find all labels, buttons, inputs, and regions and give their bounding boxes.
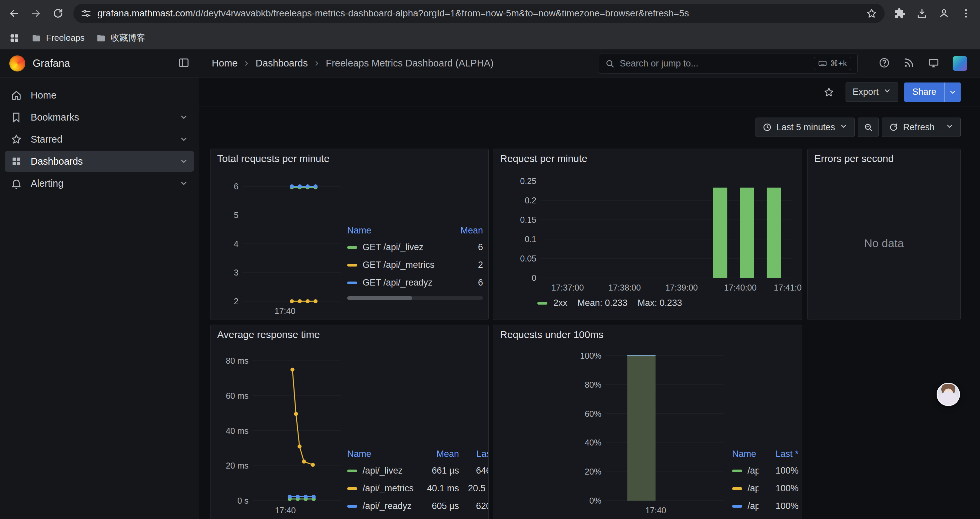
chevron-down-icon[interactable] (946, 122, 954, 133)
series-name[interactable]: /api/_metrics (748, 483, 759, 493)
back-icon[interactable] (7, 7, 21, 20)
tv-mode-icon[interactable] (928, 57, 939, 70)
chevron-down-icon[interactable] (180, 113, 188, 121)
panel-title[interactable]: Requests under 100ms (493, 325, 802, 342)
header-icons (878, 50, 967, 77)
sidebar-item-alerting[interactable]: Alerting (5, 173, 194, 194)
series-swatch (347, 487, 357, 490)
series-name[interactable]: 2xx (554, 298, 567, 308)
assistant-avatar[interactable] (937, 383, 960, 406)
sidebar-item-home[interactable]: Home (5, 85, 194, 105)
request-per-minute-chart[interactable]: 0.250.20.150.10.05017:37:0017:38:0017:39… (495, 166, 797, 293)
legend-header-last[interactable]: Last * (759, 449, 799, 459)
series-name[interactable]: GET /api/_metrics (363, 260, 434, 270)
chevron-down-icon[interactable] (180, 179, 188, 188)
search-shortcut: ⌘+k (814, 57, 851, 70)
grafana-logo (10, 56, 25, 72)
series-name[interactable]: /api/_readyz (363, 501, 412, 511)
news-rss-icon[interactable] (903, 57, 915, 70)
series-name[interactable]: GET /api/_livez (363, 242, 424, 252)
chevron-down-icon[interactable] (180, 135, 188, 144)
series-swatch (347, 469, 357, 472)
series-swatch (732, 469, 742, 472)
legend-header-mean[interactable]: Mean (415, 449, 459, 459)
downloads-icon[interactable] (915, 7, 929, 20)
grafana-brand[interactable]: Grafana (10, 56, 70, 72)
site-info-icon[interactable] (81, 8, 91, 19)
svg-text:17:39:00: 17:39:00 (665, 283, 698, 292)
refresh-button[interactable]: Refresh (882, 118, 961, 137)
series-name[interactable]: /api/_readyz (748, 501, 759, 511)
sidebar-item-starred[interactable]: Starred (5, 129, 194, 150)
panel-title[interactable]: Average response time (210, 325, 488, 342)
legend-header-name[interactable]: Name (347, 225, 446, 236)
apps-grid-icon[interactable] (9, 32, 20, 44)
zoom-out-icon (864, 123, 873, 132)
legend-header-mean[interactable]: Mean (446, 225, 483, 236)
search-input[interactable] (620, 58, 808, 69)
svg-text:17:41:00: 17:41:00 (774, 283, 802, 292)
series-name[interactable]: /api/_livez (748, 466, 759, 476)
bookmark-star-icon[interactable] (866, 8, 877, 19)
total-requests-chart[interactable]: 6543217:40 (213, 166, 346, 316)
share-button[interactable]: Share (904, 83, 961, 102)
grafana-app: Grafana Home Dashboards Freeleaps Metric… (0, 50, 980, 519)
browser-menu-icon[interactable] (959, 7, 973, 20)
svg-text:17:40: 17:40 (275, 506, 296, 515)
bookmark-icon (11, 112, 22, 123)
legend-header-last[interactable]: Las (459, 449, 488, 459)
time-range-picker[interactable]: Last 5 minutes (756, 118, 855, 137)
svg-text:17:37:00: 17:37:00 (551, 283, 584, 292)
series-name[interactable]: GET /api/_readyz (363, 278, 433, 288)
legend-row: GET /api/_readyz 6 (347, 274, 483, 292)
bookmark-folder-blogs[interactable]: 收藏博客 (96, 32, 145, 44)
dashboards-grid-icon (11, 156, 22, 167)
legend-header-name[interactable]: Name (732, 449, 759, 459)
scrollbar-thumb[interactable] (347, 296, 412, 300)
chevron-right-icon (243, 60, 250, 67)
series-name[interactable]: /api/_livez (363, 466, 402, 476)
panel-title[interactable]: Total requests per minute (210, 149, 488, 166)
series-swatch (347, 264, 357, 267)
svg-text:6: 6 (234, 182, 239, 191)
svg-text:2: 2 (234, 297, 239, 306)
avg-response-time-chart[interactable]: 80 ms60 ms40 ms20 ms0 s17:40 (213, 342, 346, 516)
grafana-header: Grafana Home Dashboards Freeleaps Metric… (0, 50, 980, 77)
breadcrumb-home[interactable]: Home (212, 58, 237, 69)
svg-text:0.1: 0.1 (525, 235, 536, 244)
export-button[interactable]: Export (846, 83, 898, 102)
series-swatch (347, 505, 357, 508)
chevron-down-icon[interactable] (180, 157, 188, 166)
search-icon (605, 59, 614, 68)
share-dropdown-icon[interactable] (944, 83, 961, 102)
url-bar[interactable]: grafana.mathmast.com/d/deytv4rwavabkb/fr… (73, 4, 885, 23)
requests-under-100ms-chart[interactable]: 100%80%60%40%20%0%17:40 (495, 342, 729, 516)
profile-icon[interactable] (937, 7, 951, 20)
legend-header-name[interactable]: Name (347, 449, 415, 459)
svg-text:0.25: 0.25 (520, 176, 536, 186)
dock-menu-icon[interactable] (178, 57, 189, 70)
forward-icon[interactable] (29, 7, 43, 20)
extensions-icon[interactable] (893, 7, 907, 20)
help-icon[interactable] (878, 57, 890, 70)
series-swatch (347, 281, 357, 284)
legend-scrollbar[interactable] (347, 296, 483, 300)
user-avatar[interactable] (953, 56, 967, 71)
request-per-minute-legend: 2xx Mean: 0.233 Max: 0.233 (538, 298, 682, 308)
panel-requests-under-100ms: Requests under 100ms 100%80%60%40%20%0%1… (493, 325, 802, 519)
star-icon (11, 134, 22, 145)
reload-icon[interactable] (51, 7, 65, 20)
bookmark-folder-freeleaps[interactable]: Freeleaps (31, 33, 85, 43)
panel-avg-response-time: Average response time 80 ms60 ms40 ms20 … (210, 325, 488, 519)
sidebar-item-bookmarks[interactable]: Bookmarks (5, 107, 194, 128)
panel-title[interactable]: Errors per second (808, 149, 960, 166)
zoom-out-button[interactable] (858, 118, 878, 137)
svg-text:0 s: 0 s (237, 496, 248, 505)
series-name[interactable]: /api/_metrics (363, 483, 414, 493)
breadcrumb-dashboards[interactable]: Dashboards (256, 58, 307, 69)
search-box[interactable]: ⌘+k (599, 53, 858, 74)
panel-title[interactable]: Request per minute (493, 149, 802, 166)
sidebar-item-dashboards[interactable]: Dashboards (5, 151, 194, 172)
favorite-star-icon[interactable] (822, 85, 836, 99)
time-controls: Last 5 minutes Refresh (756, 118, 961, 137)
